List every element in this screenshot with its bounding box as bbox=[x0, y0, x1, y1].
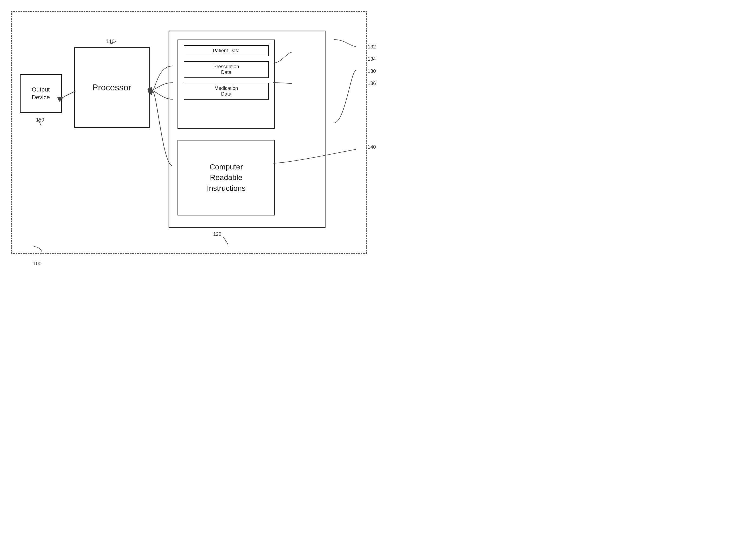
cri-box: ComputerReadableInstructions bbox=[177, 140, 275, 215]
output-device-label: OutputDevice bbox=[32, 86, 50, 101]
processor-box: Processor bbox=[74, 47, 150, 128]
prescription-data-box: PrescriptionData bbox=[184, 61, 269, 78]
processor-label: Processor bbox=[92, 82, 131, 92]
ref-150: 150 bbox=[36, 117, 44, 123]
output-device-box: OutputDevice bbox=[20, 74, 62, 113]
patient-data-label: Patient Data bbox=[213, 48, 240, 53]
ref-136: 136 bbox=[368, 81, 376, 86]
ref-110: 110 bbox=[106, 39, 114, 45]
medication-data-label: MedicationData bbox=[214, 85, 238, 97]
ref-134: 134 bbox=[368, 56, 376, 62]
ref-120: 120 bbox=[213, 231, 221, 237]
ref-140: 140 bbox=[368, 144, 376, 150]
medication-data-box: MedicationData bbox=[184, 83, 269, 100]
ref-100: 100 bbox=[33, 261, 42, 267]
data-group-box: Patient Data PrescriptionData Medication… bbox=[177, 40, 275, 129]
memory-box: Patient Data PrescriptionData Medication… bbox=[168, 31, 326, 228]
ref-132: 132 bbox=[368, 44, 376, 50]
cri-label: ComputerReadableInstructions bbox=[207, 162, 246, 194]
prescription-data-label: PrescriptionData bbox=[213, 64, 239, 75]
patient-data-box: Patient Data bbox=[184, 45, 269, 56]
main-diagram: 100 OutputDevice 150 Processor 110 Patie… bbox=[11, 11, 367, 254]
ref-130: 130 bbox=[368, 68, 376, 74]
